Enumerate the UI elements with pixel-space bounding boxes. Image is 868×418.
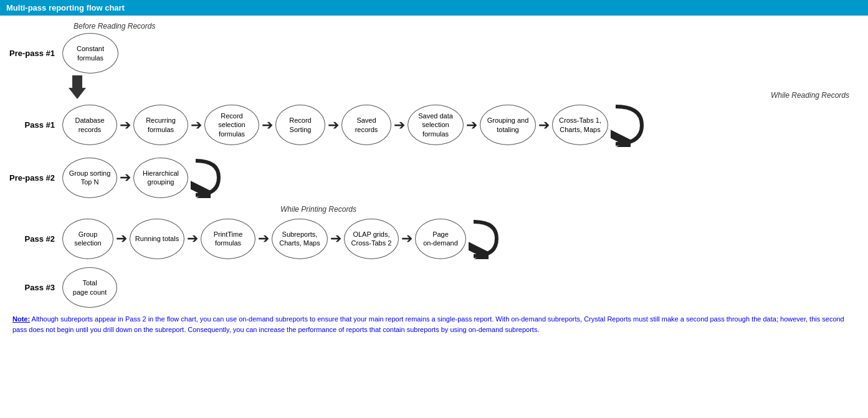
arrow-2 bbox=[191, 117, 202, 133]
arrow-5 bbox=[394, 117, 405, 133]
prepass1-label: Pre-pass #1 bbox=[6, 49, 62, 58]
pass1-node-1: Recurringformulas bbox=[133, 105, 188, 145]
pass1-label: Pass #1 bbox=[6, 120, 62, 130]
arrow-p2-4 bbox=[330, 230, 341, 247]
pass1-node-0: Databaserecords bbox=[62, 105, 117, 145]
while-reading-label: While Reading Records bbox=[771, 91, 849, 100]
arrow-1 bbox=[120, 117, 131, 133]
prepass2-node-1: Hierarchicalgrouping bbox=[133, 158, 188, 198]
pass2-node-1: Running totals bbox=[130, 219, 184, 259]
pass2-node-5: Pageon-demand bbox=[415, 219, 466, 259]
pass1-curved-arrow bbox=[611, 101, 645, 149]
pass1-node-3: RecordSorting bbox=[275, 105, 325, 145]
pass3-node-0: Totalpage count bbox=[62, 267, 117, 308]
arrow-p2-1 bbox=[116, 230, 127, 247]
pass1-node-2: Recordselectionformulas bbox=[204, 105, 259, 145]
prepass1-node-0: Constantformulas bbox=[62, 33, 118, 74]
down-arrow bbox=[69, 75, 86, 99]
prepass2-node-0: Group sortingTop N bbox=[62, 158, 117, 198]
before-reading-label: Before Reading Records bbox=[74, 22, 155, 31]
prepass2-label: Pre-pass #2 bbox=[6, 173, 62, 183]
arrow-3 bbox=[262, 117, 273, 133]
pass2-node-3: Subreports,Charts, Maps bbox=[272, 219, 328, 259]
pass3-label: Pass #3 bbox=[6, 283, 62, 292]
arrow-p2-3 bbox=[258, 230, 269, 247]
arrow-4 bbox=[328, 117, 339, 133]
pass2-node-4: OLAP grids,Cross-Tabs 2 bbox=[344, 219, 399, 259]
note-text: Although subreports appear in Pass 2 in … bbox=[12, 315, 844, 333]
pass1-node-7: Cross-Tabs 1,Charts, Maps bbox=[552, 105, 608, 145]
arrow-pp2-1 bbox=[120, 169, 131, 186]
pass2-node-0: Groupselection bbox=[62, 219, 113, 259]
title-text: Multi-pass reporting flow chart bbox=[6, 3, 125, 12]
arrow-p2-2 bbox=[187, 230, 198, 247]
while-printing-label: While Printing Records bbox=[280, 205, 356, 214]
arrow-7 bbox=[538, 117, 550, 133]
pass1-node-4: Savedrecords bbox=[341, 105, 391, 145]
pass2-node-2: PrintTimeformulas bbox=[201, 219, 255, 259]
note-section: Note: Although subreports appear in Pass… bbox=[6, 314, 856, 335]
pass2-label: Pass #2 bbox=[6, 234, 62, 244]
title-bar: Multi-pass reporting flow chart bbox=[0, 0, 868, 16]
pass2-curved-arrow bbox=[469, 216, 500, 261]
pass1-node-6: Grouping andtotaling bbox=[480, 105, 536, 145]
pass1-node-5: Saved dataselectionformulas bbox=[408, 105, 464, 145]
arrow-6 bbox=[466, 117, 477, 133]
prepass2-curved-arrow bbox=[191, 155, 222, 200]
note-label: Note: bbox=[12, 315, 30, 323]
arrow-p2-5 bbox=[401, 230, 413, 247]
